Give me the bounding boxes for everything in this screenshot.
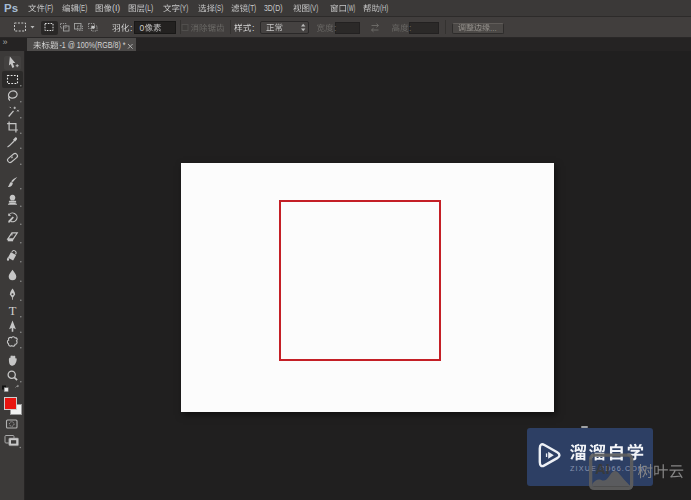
svg-text:(L): (L)	[145, 3, 153, 13]
svg-text:(I): (I)	[112, 3, 120, 13]
svg-text:(W): (W)	[347, 3, 355, 13]
svg-text:(F): (F)	[45, 3, 53, 13]
svg-text:T: T	[9, 304, 17, 318]
svg-text::: :	[252, 23, 254, 33]
svg-text:(E): (E)	[79, 3, 87, 13]
svg-text:(T): (T)	[248, 3, 256, 13]
svg-text:-1 @ 100%(RGB/8) *: -1 @ 100%(RGB/8) *	[60, 40, 127, 50]
svg-text:0: 0	[140, 23, 145, 33]
svg-text:...: ...	[490, 24, 497, 33]
svg-text:(Y): (Y)	[180, 3, 188, 13]
svg-text:(S): (S)	[215, 3, 223, 13]
svg-text::: :	[334, 23, 336, 33]
svg-text:(V): (V)	[310, 3, 318, 13]
svg-text::: :	[130, 23, 132, 33]
svg-text:Ps: Ps	[4, 2, 18, 14]
svg-text:»: »	[3, 37, 8, 47]
svg-text:(H): (H)	[380, 3, 388, 13]
svg-text::: :	[409, 23, 411, 33]
svg-text:AI: AI	[595, 461, 610, 477]
svg-text:3D(D): 3D(D)	[264, 3, 283, 13]
